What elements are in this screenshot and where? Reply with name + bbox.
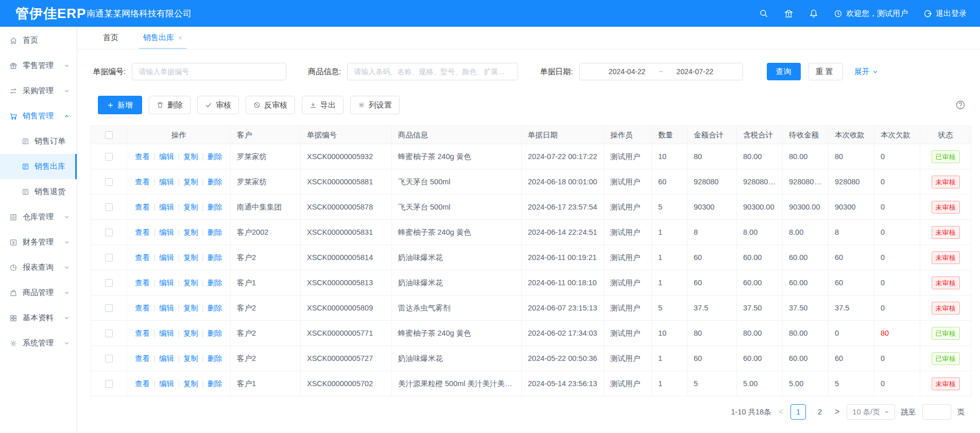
action-view[interactable]: 查看 <box>135 329 150 337</box>
chevron-down-icon <box>64 239 70 245</box>
sidebar-item-warehouse[interactable]: 仓库管理 <box>0 204 77 230</box>
page-2-button[interactable]: 2 <box>812 404 828 420</box>
action-copy[interactable]: 复制 <box>183 152 198 161</box>
action-edit[interactable]: 编辑 <box>159 304 174 312</box>
sidebar-item-system[interactable]: 系统管理 <box>0 331 77 356</box>
action-edit[interactable]: 编辑 <box>159 152 174 161</box>
action-edit[interactable]: 编辑 <box>159 279 174 287</box>
action-copy[interactable]: 复制 <box>183 354 198 362</box>
action-view[interactable]: 查看 <box>135 279 150 287</box>
select-all-checkbox[interactable] <box>105 131 113 139</box>
sidebar-item-sales-out[interactable]: 销售出库 <box>0 154 77 179</box>
cell-received: 0 <box>829 321 874 346</box>
jump-page-input[interactable] <box>922 404 951 420</box>
action-delete[interactable]: 删除 <box>208 253 222 262</box>
sidebar-item-sales-return[interactable]: 销售退货 <box>0 179 77 204</box>
action-edit[interactable]: 编辑 <box>159 178 174 186</box>
reset-button[interactable]: 重置 <box>808 63 843 80</box>
bank-icon[interactable] <box>784 9 794 19</box>
date-range-picker[interactable]: 2024-04-22 ~ 2024-07-22 <box>579 63 743 80</box>
action-delete[interactable]: 删除 <box>208 279 222 287</box>
row-checkbox[interactable] <box>105 203 113 211</box>
action-view[interactable]: 查看 <box>135 354 150 362</box>
action-copy[interactable]: 复制 <box>183 279 198 287</box>
sidebar-item-sales-order[interactable]: 销售订单 <box>0 129 77 154</box>
action-delete[interactable]: 删除 <box>208 203 222 211</box>
action-copy[interactable]: 复制 <box>183 203 198 211</box>
export-button[interactable]: 导出 <box>302 96 343 114</box>
cell-operator: 测试用户 <box>604 144 652 169</box>
unaudit-button[interactable]: 反审核 <box>246 96 295 114</box>
action-copy[interactable]: 复制 <box>183 379 198 388</box>
tab-sales-out[interactable]: 销售出库 × <box>143 27 182 49</box>
add-button[interactable]: 新增 <box>98 96 142 114</box>
action-view[interactable]: 查看 <box>135 253 150 262</box>
sidebar-item-products[interactable]: 商品管理 <box>0 280 77 305</box>
action-copy[interactable]: 复制 <box>183 329 198 337</box>
action-delete[interactable]: 删除 <box>208 304 222 312</box>
action-view[interactable]: 查看 <box>135 379 150 388</box>
action-copy[interactable]: 复制 <box>183 304 198 312</box>
page-1-button[interactable]: 1 <box>790 404 806 420</box>
action-view[interactable]: 查看 <box>135 228 150 236</box>
action-delete[interactable]: 删除 <box>208 178 222 186</box>
action-edit[interactable]: 编辑 <box>159 203 174 211</box>
row-checkbox[interactable] <box>105 279 113 287</box>
row-checkbox[interactable] <box>105 229 113 236</box>
row-checkbox[interactable] <box>105 304 113 312</box>
help-icon[interactable] <box>955 100 966 110</box>
action-view[interactable]: 查看 <box>135 178 150 186</box>
action-view[interactable]: 查看 <box>135 304 150 312</box>
action-delete[interactable]: 删除 <box>208 228 222 236</box>
chevron-down-icon <box>64 315 70 321</box>
action-edit[interactable]: 编辑 <box>159 379 174 388</box>
action-edit[interactable]: 编辑 <box>159 228 174 236</box>
row-checkbox[interactable] <box>105 380 113 388</box>
action-view[interactable]: 查看 <box>135 152 150 161</box>
welcome-user[interactable]: 欢迎您，测试用户 <box>834 9 908 19</box>
column-settings-button[interactable]: 列设置 <box>350 96 400 114</box>
sidebar-item-sales[interactable]: 销售管理 <box>0 103 77 129</box>
sidebar-item-retail[interactable]: 零售管理 <box>0 53 77 78</box>
logout-button[interactable]: 退出登录 <box>923 9 967 19</box>
delete-button[interactable]: 删除 <box>149 96 191 114</box>
row-checkbox[interactable] <box>105 178 113 186</box>
action-delete[interactable]: 删除 <box>208 152 222 161</box>
cell-product: 奶油味爆米花 <box>392 346 522 371</box>
action-copy[interactable]: 复制 <box>183 253 198 262</box>
next-page-button[interactable]: > <box>834 407 840 417</box>
action-edit[interactable]: 编辑 <box>159 329 174 337</box>
table-row: 查看|编辑|复制|删除 南通中集集团 XSCK00000005878 飞天茅台 … <box>91 195 971 220</box>
action-view[interactable]: 查看 <box>135 203 150 211</box>
table-row: 查看|编辑|复制|删除 罗莱家纺 XSCK00000005881 飞天茅台 50… <box>91 169 971 195</box>
query-button[interactable]: 查询 <box>767 63 801 80</box>
sidebar-item-basic-data[interactable]: 基本资料 <box>0 305 77 331</box>
close-tab-icon[interactable]: × <box>178 34 182 42</box>
sidebar-item-home[interactable]: 首页 <box>0 28 77 53</box>
action-delete[interactable]: 删除 <box>208 354 222 362</box>
bill-no-input[interactable] <box>132 63 286 80</box>
row-checkbox[interactable] <box>105 330 113 337</box>
action-edit[interactable]: 编辑 <box>159 253 174 262</box>
expand-filters-link[interactable]: 展开 <box>854 67 878 77</box>
action-delete[interactable]: 删除 <box>208 379 222 388</box>
audit-button[interactable]: 审核 <box>197 96 239 114</box>
row-checkbox[interactable] <box>105 153 113 161</box>
prev-page-button[interactable]: < <box>778 407 784 417</box>
product-info-input[interactable] <box>347 63 518 80</box>
row-checkbox[interactable] <box>105 355 113 362</box>
sidebar-item-purchase[interactable]: 采购管理 <box>0 78 77 103</box>
row-checkbox[interactable] <box>105 254 113 262</box>
search-icon[interactable] <box>759 9 768 18</box>
action-copy[interactable]: 复制 <box>183 178 198 186</box>
action-copy[interactable]: 复制 <box>183 228 198 236</box>
sidebar-item-reports[interactable]: 报表查询 <box>0 255 77 280</box>
page-size-select[interactable]: 10 条/页 <box>847 404 895 420</box>
action-edit[interactable]: 编辑 <box>159 354 174 362</box>
row-select-cell <box>91 270 127 296</box>
row-actions: 查看|编辑|复制|删除 <box>127 144 231 169</box>
tab-home[interactable]: 首页 <box>103 27 118 49</box>
action-delete[interactable]: 删除 <box>208 329 222 337</box>
bell-icon[interactable] <box>809 9 818 18</box>
sidebar-item-finance[interactable]: 财务管理 <box>0 230 77 255</box>
